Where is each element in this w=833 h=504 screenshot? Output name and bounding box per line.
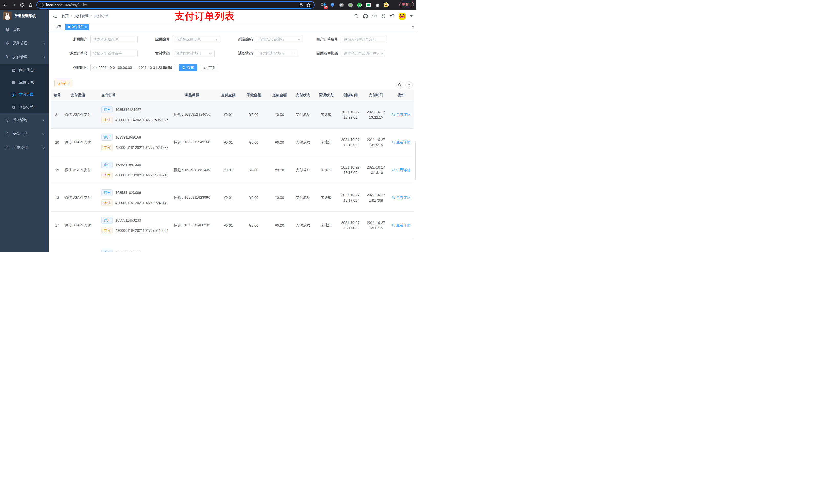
user-avatar[interactable] bbox=[399, 13, 406, 20]
pay-amount-cell: ¥0.01 bbox=[216, 128, 240, 156]
merchant-tag: 商户 bbox=[101, 189, 113, 196]
channel-order-no-input[interactable] bbox=[90, 50, 138, 57]
chat-extension-icon[interactable] bbox=[366, 2, 371, 7]
pay-order-cell: 商户1635311823086支付42000011672021102710224… bbox=[93, 184, 168, 211]
sidebar-item-payment[interactable]: 支付管理 bbox=[0, 50, 49, 64]
create-time-range-picker[interactable]: 2021-10-01 00:00:00 - 2021-10-31 23:59:5… bbox=[90, 64, 175, 71]
user-menu-caret-icon[interactable] bbox=[410, 15, 413, 17]
date-separator: - bbox=[134, 66, 137, 70]
sidebar-item-refund-order[interactable]: 退款订单 bbox=[0, 101, 49, 113]
filter-label-pay-status: 支付状态 bbox=[133, 51, 173, 56]
sidebar-fold-icon[interactable] bbox=[52, 14, 57, 19]
merchant-order-no-input[interactable] bbox=[341, 36, 387, 43]
browser-update-button[interactable]: 更新 bbox=[399, 2, 414, 8]
fee-amount-cell: ¥0.00 bbox=[240, 101, 267, 128]
sidebar-item-pay-order[interactable]: 支付订单 bbox=[0, 89, 49, 101]
reload-icon[interactable] bbox=[20, 2, 25, 7]
merchant-input[interactable] bbox=[90, 36, 138, 43]
emoji-extension-icon[interactable] bbox=[384, 2, 389, 7]
breadcrumb-pay-mgmt[interactable]: 支付管理 bbox=[74, 14, 89, 19]
command-extension-icon[interactable]: ⌘ bbox=[339, 2, 344, 7]
app-select[interactable]: 请选择应用信息 bbox=[173, 36, 220, 43]
sidebar-item-app-info[interactable]: 应用信息 bbox=[0, 76, 49, 89]
tab-pay-order[interactable]: 支付订单 bbox=[65, 24, 89, 30]
tabs-menu-caret-icon[interactable] bbox=[412, 26, 414, 27]
create-time-cell: 2021-10-2713:17:03 bbox=[338, 184, 363, 211]
fullscreen-icon[interactable] bbox=[381, 14, 386, 19]
refresh-button[interactable] bbox=[405, 81, 413, 89]
sidebar-item-merchant-info[interactable]: 商户信息 bbox=[0, 64, 49, 76]
breadcrumb-current: 支付订单 bbox=[94, 14, 109, 19]
pay-status-cell: 支付成功 bbox=[291, 101, 314, 128]
tab-home[interactable]: 首页 bbox=[52, 24, 64, 30]
github-icon[interactable] bbox=[363, 14, 368, 19]
pay-order-cell: 商户1635311881440支付42000011732021102728479… bbox=[93, 156, 168, 184]
url-bar[interactable]: localhost:1024/pay/order bbox=[37, 1, 314, 9]
notify-status-cell: 未通知 bbox=[314, 212, 338, 239]
chevron-down-icon bbox=[380, 53, 383, 54]
store-icon bbox=[11, 68, 16, 72]
puzzle-extension-icon[interactable] bbox=[375, 2, 380, 7]
share-icon[interactable] bbox=[299, 2, 304, 7]
filter-label-channel-code: 渠道编码 bbox=[219, 37, 256, 42]
pay-status-cell: 支付成功 bbox=[291, 128, 314, 156]
toggle-search-button[interactable] bbox=[396, 81, 403, 89]
pay-status-cell: 支付成功 bbox=[291, 156, 314, 184]
y-extension-icon[interactable]: y bbox=[357, 2, 362, 7]
table-row: 17微信 JSAPI 支付商户1635311468233支付4200001194… bbox=[51, 212, 414, 239]
order-id-cell: 17 bbox=[51, 212, 63, 239]
sidebar-item-dev-tools[interactable]: 研发工具 bbox=[0, 127, 49, 141]
notify-status-cell: 未通知 bbox=[314, 101, 338, 128]
pay-tag: 支付 bbox=[101, 227, 113, 234]
create-time-cell: 2021-10-2713:22:05 bbox=[338, 101, 363, 128]
refund-status-select[interactable]: 请选择退款状态 bbox=[256, 50, 298, 57]
search-button[interactable]: 搜索 bbox=[179, 64, 197, 71]
back-icon[interactable] bbox=[3, 2, 8, 7]
browser-toolbar: localhost:1024/pay/order 10 ⌘ y 更新 bbox=[0, 0, 416, 10]
scrollbar-thumb[interactable] bbox=[415, 141, 416, 180]
forward-icon[interactable] bbox=[11, 2, 16, 7]
pay-status-select[interactable]: 请选择支付状态 bbox=[173, 50, 215, 57]
view-detail-link[interactable]: 查看详情 bbox=[392, 140, 411, 145]
help-icon[interactable] bbox=[372, 14, 377, 19]
view-detail-link[interactable]: 查看详情 bbox=[392, 113, 411, 117]
browser-menu-icon[interactable] bbox=[411, 3, 411, 7]
column-header: 回调状态 bbox=[314, 90, 338, 101]
breadcrumb-home[interactable]: 首页 bbox=[62, 14, 69, 19]
export-button[interactable]: 导出 bbox=[54, 80, 72, 87]
briefcase-icon bbox=[5, 145, 10, 150]
product-title-cell: 标题：1635311468233 bbox=[168, 212, 216, 239]
sidebar-item-infrastructure[interactable]: 基础设施 bbox=[0, 113, 49, 127]
table-row: 商户1635311251736 bbox=[51, 239, 414, 252]
fee-amount-cell: ¥0.00 bbox=[240, 128, 267, 156]
sidebar-item-workflow[interactable]: 工作流程 bbox=[0, 141, 49, 155]
sidebar-item-home[interactable]: 首页 bbox=[0, 23, 49, 37]
chevron-up-icon bbox=[42, 56, 45, 58]
document-icon bbox=[11, 105, 16, 110]
notify-status-select[interactable]: 请选择订单回调商户状态 bbox=[341, 50, 385, 57]
pay-channel-cell: 微信 JSAPI 支付 bbox=[63, 184, 93, 211]
bookmark-star-icon[interactable] bbox=[306, 2, 311, 7]
payment-submenu: 商户信息 应用信息 支付订单 退款订单 bbox=[0, 64, 49, 113]
pay-amount-cell: ¥0.01 bbox=[216, 156, 240, 184]
kite-extension-icon[interactable] bbox=[330, 2, 335, 7]
monitor-icon bbox=[5, 118, 10, 122]
sidebar-item-system[interactable]: ⚙ 系统管理 bbox=[0, 37, 49, 50]
reset-button[interactable]: 重置 bbox=[200, 64, 218, 71]
search-icon[interactable] bbox=[354, 14, 359, 19]
pay-amount-cell: ¥0.01 bbox=[216, 212, 240, 239]
view-detail-link[interactable]: 查看详情 bbox=[392, 223, 411, 228]
yen-circle-icon bbox=[11, 93, 16, 97]
table-header-row: 编号支付渠道支付订单商品标题支付金额手续金额退款金额支付状态回调状态创建时间支付… bbox=[51, 90, 414, 101]
recorder-extension-icon[interactable] bbox=[348, 2, 353, 7]
site-info-icon[interactable] bbox=[40, 3, 44, 7]
view-detail-link[interactable]: 查看详情 bbox=[392, 195, 411, 200]
view-detail-link[interactable]: 查看详情 bbox=[392, 168, 411, 172]
sketch-extension-icon[interactable]: 10 bbox=[321, 2, 326, 7]
pay-order-cell: 商户1635312124657支付42000011742021102780605… bbox=[93, 101, 168, 128]
column-header: 支付渠道 bbox=[63, 90, 93, 101]
close-icon[interactable] bbox=[85, 25, 87, 28]
font-size-icon[interactable] bbox=[390, 14, 395, 19]
chevron-down-icon bbox=[42, 119, 45, 121]
home-icon[interactable] bbox=[28, 2, 33, 7]
